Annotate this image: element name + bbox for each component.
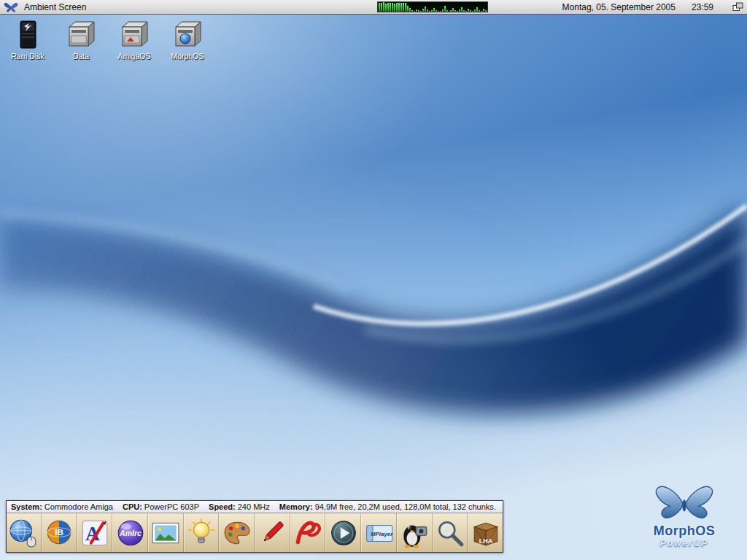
morphos-watermark: MorphOS PowerUP: [633, 481, 735, 548]
disk-drive-blue-ball-icon: [170, 20, 205, 50]
system-info-bar: System:Commodore Amiga CPU:PowerPC 603P …: [7, 501, 503, 513]
ambient-butterfly-logo-icon: [4, 1, 18, 13]
dock-item-amirc[interactable]: AmIrc: [112, 513, 148, 552]
lightbulb-icon: [186, 518, 217, 548]
dock-item-web-browser[interactable]: [7, 513, 42, 552]
dock-item-screen-grabber[interactable]: [397, 513, 433, 552]
watermark-subtitle: PowerUP: [633, 538, 735, 548]
red-pen-icon: [257, 518, 287, 548]
play-button-icon: [328, 518, 359, 548]
dock-item-picture-viewer[interactable]: [148, 513, 184, 552]
disk-drive-icon: [117, 20, 152, 50]
dock-item-font-tool[interactable]: A: [77, 513, 112, 552]
activity-graph: [377, 1, 488, 12]
dock-item-lha-archiver[interactable]: LHA: [468, 513, 503, 552]
disk-drive-icon: [63, 20, 98, 50]
bottom-panel: System:Commodore Amiga CPU:PowerPC 603P …: [6, 500, 503, 553]
photo-icon: [150, 518, 181, 548]
menubar-clock: 23:59: [692, 2, 713, 12]
desktop-icon-data[interactable]: Data: [59, 20, 103, 61]
penguin-camera-icon: [399, 518, 430, 548]
desktop-icon-amigaos[interactable]: AmigaOS: [112, 20, 156, 61]
svg-text:IB: IB: [55, 528, 63, 537]
globe-mouse-icon: [8, 518, 39, 548]
red-swirl-icon: [293, 518, 323, 548]
desktop-icon-label: MorphOS: [171, 52, 204, 61]
morphos-ambient-desktop: Ambient Screen Montag, 05. September 200…: [0, 0, 747, 560]
dock-item-media-player[interactable]: [325, 513, 361, 552]
palette-icon: [222, 518, 252, 548]
desktop-icon-label: AmigaOS: [118, 52, 151, 61]
dock-item-pen-tool[interactable]: [255, 513, 290, 552]
mplayer-icon: MPlayer: [364, 518, 395, 548]
menubar[interactable]: Ambient Screen Montag, 05. September 200…: [0, 0, 747, 15]
wooden-crate-icon: LHA: [471, 518, 501, 548]
dock-item-pdf-reader[interactable]: [290, 513, 326, 552]
ramdisk-icon: [10, 20, 45, 50]
menubar-date: Montag, 05. September 2005: [562, 2, 676, 12]
desktop-icon-label: Ram Disk: [11, 52, 44, 61]
svg-text:LHA: LHA: [479, 537, 493, 545]
screen-title: Ambient Screen: [24, 2, 86, 12]
desktop-icon-ram-disk[interactable]: Ram Disk: [6, 20, 50, 61]
dock-item-search[interactable]: [433, 513, 468, 552]
svg-text:AmIrc: AmIrc: [119, 529, 142, 537]
desktop-icon-morphos[interactable]: MorphOS: [166, 20, 209, 61]
screen-depth-gadget-icon[interactable]: [732, 2, 743, 12]
purple-sphere-icon: AmIrc: [115, 518, 146, 548]
morphos-butterfly-icon: [651, 481, 718, 521]
desktop-icon-grid: Ram Disk Data AmigaOS: [6, 20, 209, 61]
svg-text:MPlayer: MPlayer: [371, 531, 393, 537]
application-dock: IB A AmIrc: [7, 513, 503, 552]
sysinfo-system: System:Commodore Amiga: [11, 502, 113, 511]
wallpaper: [0, 0, 747, 560]
dock-item-mplayer[interactable]: MPlayer: [361, 513, 397, 552]
sysinfo-memory: Memory:94,9M free, 20,2M used, 128,0M to…: [279, 502, 496, 511]
letter-a-brush-icon: A: [80, 518, 110, 548]
dock-item-paint[interactable]: [219, 513, 255, 552]
dock-item-ideas[interactable]: [184, 513, 220, 552]
sysinfo-speed: Speed:240 MHz: [209, 502, 270, 511]
desktop-icon-label: Data: [73, 52, 89, 61]
globe-icon: IB: [44, 518, 74, 548]
sysinfo-cpu: CPU:PowerPC 603P: [123, 502, 199, 511]
magnifier-icon: [435, 518, 465, 548]
watermark-title: MorphOS: [633, 524, 735, 539]
dock-item-ibrowse[interactable]: IB: [42, 513, 77, 552]
